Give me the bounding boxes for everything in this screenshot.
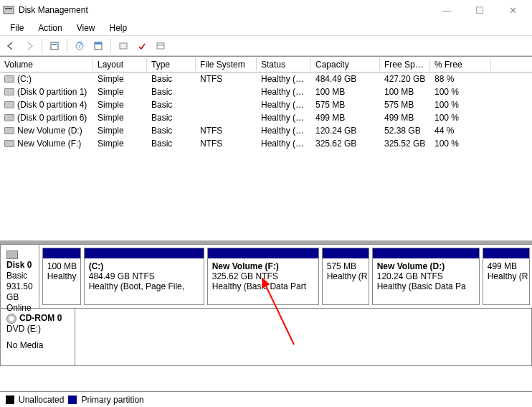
col-type[interactable]: Type (147, 58, 196, 71)
volume-icon (4, 75, 14, 83)
cdrom-strip (75, 309, 531, 365)
table-row[interactable]: (Disk 0 partition 1)SimpleBasicHealthy (… (0, 85, 532, 98)
cdrom-info: CD-ROM 0 DVD (E:) No Media (1, 309, 75, 365)
disk-row-0[interactable]: Disk 0 Basic 931.50 GB Online 100 MBHeal… (0, 244, 532, 309)
volume-icon (4, 114, 14, 121)
swatch-unallocated (6, 396, 14, 404)
partition-box[interactable]: New Volume (F:)325.62 GB NTFSHealthy (Ba… (207, 248, 319, 305)
legend-primary: Primary partition (81, 395, 143, 405)
col-filesystem[interactable]: File System (196, 58, 257, 71)
partition-box[interactable]: (C:)484.49 GB NTFSHealthy (Boot, Page Fi… (84, 248, 204, 305)
col-layout[interactable]: Layout (93, 58, 147, 71)
partition-box[interactable]: 575 MBHealthy (R (322, 248, 369, 305)
volume-icon (4, 88, 14, 95)
svg-rect-8 (120, 43, 127, 49)
volume-icon (4, 140, 14, 147)
cdrom-drive: DVD (E:) (6, 324, 69, 335)
menubar: File Action View Help (0, 20, 532, 36)
svg-rect-2 (51, 42, 58, 50)
column-header-row: Volume Layout Type File System Status Ca… (0, 57, 532, 72)
legend-unallocated: Unallocated (19, 395, 64, 405)
refresh-button[interactable] (90, 38, 106, 54)
close-button[interactable]: ✕ (496, 0, 529, 20)
toolbar-button-1[interactable] (47, 38, 62, 54)
toolbar-button-3[interactable] (134, 38, 150, 54)
col-pctfree[interactable]: % Free (430, 58, 491, 71)
swatch-primary (68, 396, 77, 404)
partition-box[interactable]: 100 MBHealthy (42, 248, 81, 305)
svg-rect-1 (5, 8, 12, 9)
col-capacity[interactable]: Capacity (311, 58, 380, 71)
volume-list: Volume Layout Type File System Status Ca… (0, 56, 532, 150)
cdrom-status: No Media (6, 340, 69, 351)
cd-icon (6, 314, 16, 324)
svg-rect-0 (4, 6, 14, 14)
disk-type: Basic (6, 271, 33, 281)
disk-info-0: Disk 0 Basic 931.50 GB Online (1, 245, 39, 308)
forward-button[interactable] (22, 38, 37, 54)
titlebar: Disk Management — ☐ ✕ (0, 0, 532, 20)
svg-rect-9 (157, 43, 164, 49)
toolbar-button-4[interactable] (153, 38, 168, 54)
toolbar-button-2[interactable] (115, 38, 131, 54)
disk-icon (6, 251, 18, 259)
volume-icon (4, 127, 14, 134)
menu-action[interactable]: Action (31, 22, 69, 34)
menu-file[interactable]: File (3, 22, 31, 34)
svg-rect-3 (52, 44, 57, 45)
cdrom-name: CD-ROM 0 (19, 313, 62, 323)
table-row[interactable]: New Volume (D:)SimpleBasicNTFSHealthy (B… (0, 124, 532, 137)
menu-help[interactable]: Help (103, 22, 135, 34)
app-icon (3, 4, 14, 16)
help-button[interactable]: ? (72, 38, 87, 54)
partition-box[interactable]: 499 MBHealthy (R (483, 248, 530, 305)
table-row[interactable]: (Disk 0 partition 6)SimpleBasicHealthy (… (0, 111, 532, 124)
table-row[interactable]: New Volume (F:)SimpleBasicNTFSHealthy (B… (0, 137, 532, 150)
table-row[interactable]: (C:)SimpleBasicNTFSHealthy (B...484.49 G… (0, 72, 532, 85)
back-button[interactable] (3, 38, 19, 54)
col-volume[interactable]: Volume (0, 58, 93, 71)
graphical-view: Disk 0 Basic 931.50 GB Online 100 MBHeal… (0, 240, 532, 366)
disk-name: Disk 0 (6, 260, 32, 270)
window-title: Disk Management (19, 5, 430, 15)
legend: Unallocated Primary partition (0, 391, 532, 407)
cdrom-row[interactable]: CD-ROM 0 DVD (E:) No Media (0, 309, 532, 366)
col-status[interactable]: Status (257, 58, 311, 71)
disk-size: 931.50 GB (6, 281, 33, 303)
partition-box[interactable]: New Volume (D:)120.24 GB NTFSHealthy (Ba… (372, 248, 480, 305)
partition-strip: 100 MBHealthy(C:)484.49 GB NTFSHealthy (… (39, 245, 532, 308)
minimize-button[interactable]: — (430, 0, 463, 20)
col-freespace[interactable]: Free Spa... (380, 58, 430, 71)
table-row[interactable]: (Disk 0 partition 4)SimpleBasicHealthy (… (0, 98, 532, 111)
menu-view[interactable]: View (70, 22, 103, 34)
toolbar: ? (0, 36, 532, 56)
volume-icon (4, 101, 14, 108)
svg-text:?: ? (77, 41, 82, 50)
maximize-button[interactable]: ☐ (463, 0, 496, 20)
svg-rect-7 (95, 42, 102, 45)
